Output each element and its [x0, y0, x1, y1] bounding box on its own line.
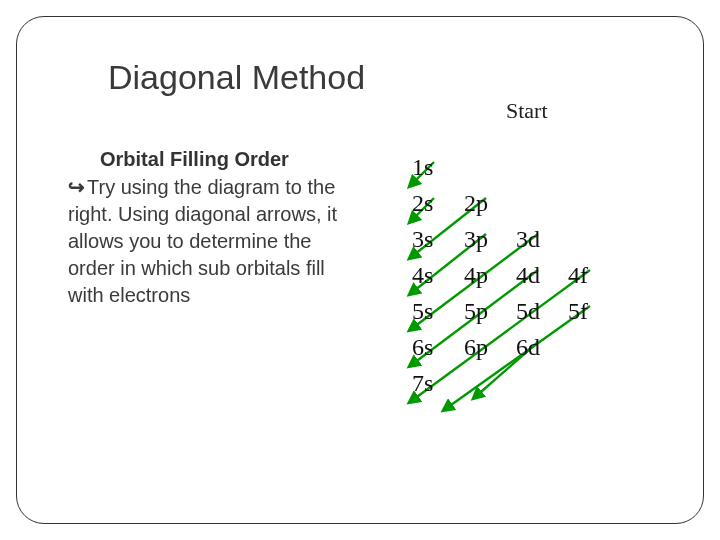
orbital-7s: 7s — [412, 370, 433, 397]
orbital-6p: 6p — [464, 334, 488, 361]
slide-title: Diagonal Method — [108, 58, 365, 97]
bullet-text: Try using the diagram to the right. Usin… — [68, 176, 337, 306]
orbital-5d: 5d — [516, 298, 540, 325]
orbital-5f: 5f — [568, 298, 588, 325]
bullet-paragraph: ↪Try using the diagram to the right. Usi… — [68, 174, 348, 309]
section-subtitle: Orbital Filling Order — [100, 148, 289, 171]
orbital-4p: 4p — [464, 262, 488, 289]
orbital-diagram: 1s 2s 2p 3s 3p 3d 4s 4p 4d 4f 5s 5p 5d 5… — [400, 150, 660, 450]
orbital-3s: 3s — [412, 226, 433, 253]
orbital-3p: 3p — [464, 226, 488, 253]
orbital-5p: 5p — [464, 298, 488, 325]
orbital-6s: 6s — [412, 334, 433, 361]
orbital-5s: 5s — [412, 298, 433, 325]
orbital-1s: 1s — [412, 154, 433, 181]
orbital-3d: 3d — [516, 226, 540, 253]
orbital-4d: 4d — [516, 262, 540, 289]
orbital-2s: 2s — [412, 190, 433, 217]
orbital-6d: 6d — [516, 334, 540, 361]
orbital-2p: 2p — [464, 190, 488, 217]
orbital-4s: 4s — [412, 262, 433, 289]
orbital-4f: 4f — [568, 262, 588, 289]
start-label: Start — [506, 98, 548, 124]
slide: Diagonal Method Start Orbital Filling Or… — [0, 0, 720, 540]
svg-line-6 — [410, 270, 590, 402]
bullet-arrow-icon: ↪ — [68, 176, 85, 198]
